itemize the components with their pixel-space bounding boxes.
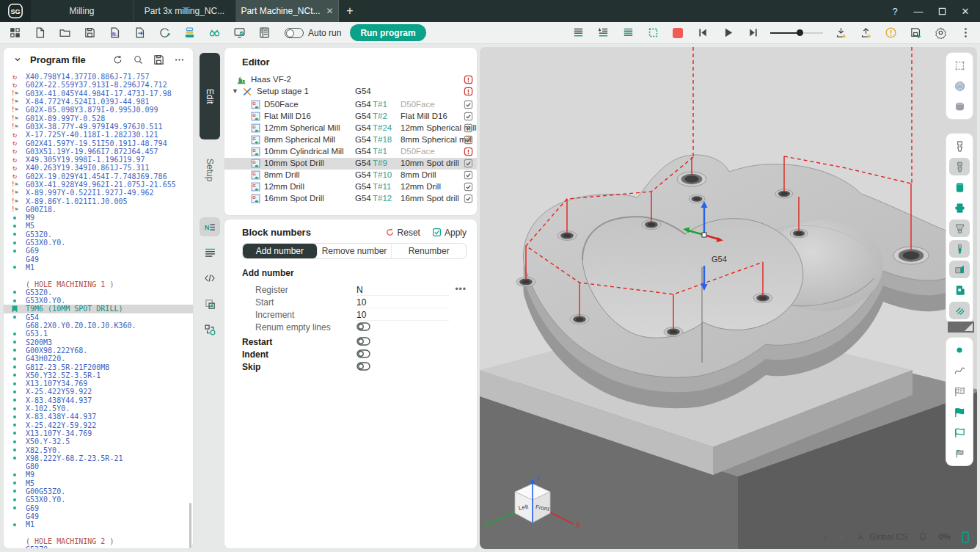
document-tab[interactable]: Part Machine_NCt...✕ <box>236 0 339 22</box>
operation-status-icon[interactable] <box>464 100 474 110</box>
auto-run-toggle[interactable] <box>285 28 304 38</box>
operation-status-icon[interactable] <box>464 135 474 145</box>
refresh-icon[interactable] <box>111 53 124 66</box>
collapse-chevron-icon[interactable] <box>11 53 24 66</box>
shaded-sphere-icon[interactable] <box>949 77 970 95</box>
step-backward-button[interactable] <box>695 26 710 40</box>
operation-status-icon[interactable] <box>464 123 474 134</box>
monitor-check-icon[interactable] <box>232 26 246 40</box>
gcode-line[interactable]: !⚑G02X-85.098Y3.879I-0.995J0.099 <box>4 106 193 114</box>
operation-status-icon[interactable] <box>464 147 474 157</box>
close-button[interactable]: ✕ <box>955 0 976 22</box>
gcode-line[interactable]: !⚑G03X-41.045Y44.984I-17.473J-17.98 <box>4 90 193 98</box>
help-button[interactable]: ? <box>885 0 905 22</box>
gcode-line[interactable]: X13.107Y-34.769 <box>4 429 193 437</box>
save-icon[interactable] <box>82 26 97 40</box>
operation-status-icon[interactable] <box>464 182 474 192</box>
gcode-line[interactable]: X50.Y32.5Z-3.5R-1 <box>4 371 193 380</box>
more-horizontal-icon[interactable]: ••• <box>455 284 467 294</box>
line-numbers-icon[interactable] <box>621 26 635 40</box>
hatch-icon[interactable] <box>949 302 970 319</box>
toggle-off[interactable] <box>356 349 370 360</box>
selection-frame-icon[interactable] <box>646 26 660 40</box>
viewport-3d[interactable]: G54 Left Front Y X Z + Global CS <box>480 47 977 549</box>
machine-simulation-icon[interactable] <box>182 26 197 40</box>
export-program-icon[interactable] <box>132 26 147 40</box>
tab-close-icon[interactable]: ✕ <box>326 6 333 16</box>
holder-outline-icon[interactable] <box>949 137 970 155</box>
gcode-line[interactable]: G53X0.Y0. <box>4 297 193 305</box>
gcode-line[interactable]: G00G53Z0. <box>4 487 193 495</box>
gcode-line[interactable]: !⚑X-89.997Y-0.522I1.927J-49.962 <box>4 189 193 197</box>
tree-row[interactable]: G 12mm Drill G54 T#11 12mm Drill <box>224 181 477 193</box>
workplane-icon[interactable] <box>949 57 970 74</box>
tab-add-number[interactable]: Add number <box>243 244 318 258</box>
field-value[interactable]: 10 <box>356 297 449 308</box>
gcode-line[interactable]: X82.5Y0. <box>4 446 193 454</box>
gcode-line[interactable]: G53Z0. <box>4 545 193 549</box>
reset-button[interactable]: Reset <box>385 228 420 238</box>
gcode-line[interactable]: G53X0.Y0. <box>4 239 193 247</box>
gcode-line[interactable]: X50.Y-32.5 <box>4 437 193 446</box>
indent-lines-icon[interactable] <box>596 26 610 40</box>
gcode-line[interactable] <box>4 529 193 537</box>
tool-holder-icon[interactable] <box>949 261 970 278</box>
apply-button[interactable]: Apply <box>432 228 467 238</box>
fixture-icon[interactable] <box>949 281 970 299</box>
gcode-line[interactable]: ↻X49.305Y19.998I-1.196J19.97 <box>4 156 193 164</box>
gcode-line[interactable]: T9M6 (10MM SPOT DRILL) <box>4 305 193 313</box>
gcode-line[interactable]: G53Z0. <box>4 230 193 239</box>
gcode-line[interactable]: !⚑X-84.772Y4.524I1.039J-44.981 <box>4 98 193 106</box>
gcode-line[interactable]: ↻X-17.725Y-40.118I-1.282J30.121 <box>4 131 193 139</box>
apps-grid-icon[interactable] <box>7 26 22 40</box>
more-vertical-icon[interactable] <box>958 26 973 40</box>
gcode-line[interactable]: ↻G02X-19.029Y41.454I-7.748J69.786 <box>4 172 193 181</box>
tree-row[interactable]: G 12mm Spherical Mill G54 T#24 12mm Sphe… <box>224 123 477 134</box>
tree-row[interactable]: G 8mm Drill G54 T#10 8mm Drill <box>224 170 477 181</box>
gcode-line[interactable]: S200M3 <box>4 338 193 346</box>
program-scrollbar[interactable] <box>189 503 191 549</box>
cs-selector[interactable]: Global CS <box>855 531 907 542</box>
gcode-line[interactable]: ↻G02X-22.559Y37.913I-8.296J74.712 <box>4 81 193 89</box>
operation-status-icon[interactable] <box>464 170 474 181</box>
align-lines-icon[interactable] <box>571 26 585 40</box>
program-structure-icon[interactable] <box>257 26 271 40</box>
gcode-line[interactable]: M9 <box>4 471 193 479</box>
tree-row[interactable]: G 8mm Spherical Mill G54 T#18 8mm Spheri… <box>224 134 477 146</box>
flow-icon[interactable] <box>200 320 220 339</box>
notifications-bell-icon[interactable] <box>918 531 928 542</box>
gcode-line[interactable]: X13.107Y34.769 <box>4 380 193 388</box>
gcode-line[interactable]: !⚑G00Z18. <box>4 206 193 214</box>
gcode-line[interactable]: G53Z0. <box>4 288 193 297</box>
gcode-line[interactable]: X-25.422Y-59.922 <box>4 421 193 429</box>
gcode-line[interactable]: ↻G02X41.597Y-19.51I50.191J-48.794 <box>4 139 193 147</box>
save-icon[interactable] <box>152 53 165 66</box>
tree-row[interactable]: G D50Face G54 T#1 D50Face <box>224 99 477 111</box>
gcode-line[interactable]: M1 <box>4 264 193 272</box>
gcode-line[interactable]: !⚑G01X-89.997Y-0.528 <box>4 114 193 122</box>
tree-row[interactable]: G Flat Mill D16 G54 T#2 Flat Mill D16 <box>224 111 477 123</box>
gcode-listing[interactable]: ↻X40.798Y14.377I0.886J-71.757↻G02X-22.55… <box>4 73 193 547</box>
gcode-line[interactable]: X-83.438Y-44.937 <box>4 413 193 421</box>
gcode-line[interactable]: G49 <box>4 255 193 264</box>
gcode-line[interactable]: G69 <box>4 247 193 255</box>
flag-wire-icon[interactable] <box>949 382 970 400</box>
tab-renumber[interactable]: Renumber <box>392 244 466 258</box>
gcode-line[interactable]: G54 <box>4 313 193 322</box>
tab-setup[interactable]: Setup <box>200 147 220 194</box>
stop-button[interactable] <box>670 26 685 40</box>
new-file-icon[interactable] <box>32 26 47 40</box>
download-warning-icon[interactable]: ! <box>833 26 848 40</box>
operation-status-icon[interactable] <box>464 112 474 122</box>
gcode-line[interactable]: X98.222Y-68.Z-23.5R-21 <box>4 454 193 462</box>
copy-operation-icon[interactable] <box>200 294 220 313</box>
chevron-down-icon[interactable]: ▼ <box>232 87 238 95</box>
gcode-line[interactable]: ( HOLE MACHINING 1 ) <box>4 280 193 288</box>
cs-dropdown-chevron[interactable] <box>838 534 845 540</box>
gcode-line[interactable]: M5 <box>4 479 193 487</box>
tree-row[interactable]: G 10mm Cylindrical Mill G54 T#1 D50Face <box>224 146 477 158</box>
toggle-off[interactable] <box>356 337 370 348</box>
document-tab[interactable]: Milling <box>31 0 134 22</box>
settings-icon[interactable] <box>933 26 948 40</box>
gcode-line[interactable]: M5 <box>4 222 193 230</box>
